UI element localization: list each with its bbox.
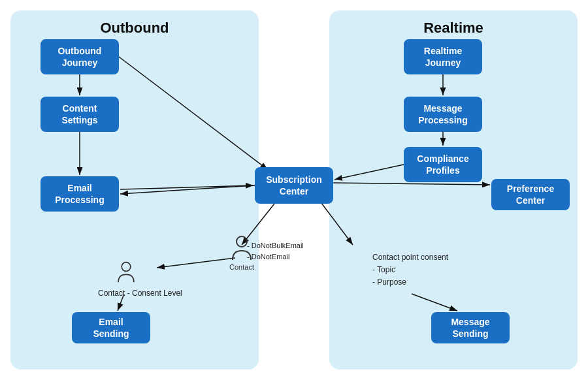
contact-left-person (110, 261, 142, 285)
realtime-title: Realtime (329, 10, 578, 37)
contact-right-labels: Contact point consent - Topic - Purpose (372, 251, 448, 289)
diagram-container: Outbound Realtime (0, 0, 588, 380)
contact-fields: - DoNotBulkEmail - DoNotEmail (247, 240, 304, 262)
contact-field-1: - DoNotBulkEmail (247, 240, 304, 251)
contact-right-topic: - Topic (372, 264, 448, 276)
message-sending-box[interactable]: Message Sending (431, 312, 510, 343)
svg-point-1 (237, 236, 247, 247)
contact-left-icon (117, 261, 135, 283)
email-sending-box[interactable]: Email Sending (72, 312, 150, 343)
outbound-journey-box[interactable]: Outbound Journey (41, 39, 119, 74)
compliance-profiles-box[interactable]: Compliance Profiles (404, 147, 482, 182)
message-processing-box[interactable]: Message Processing (404, 97, 482, 132)
outbound-title: Outbound (10, 10, 259, 37)
contact-right-title: Contact point consent (372, 251, 448, 264)
email-processing-box[interactable]: Email Processing (41, 176, 119, 212)
contact-center-label: Contact (229, 263, 254, 271)
contact-field-2: - DoNotEmail (247, 251, 304, 262)
realtime-journey-box[interactable]: Realtime Journey (404, 39, 482, 74)
contact-left-label: Contact - Consent Level (98, 287, 182, 300)
svg-point-2 (122, 262, 131, 272)
subscription-center-box[interactable]: Subscription Center (255, 167, 333, 204)
contact-right-purpose: - Purpose (372, 276, 448, 289)
content-settings-box[interactable]: Content Settings (41, 97, 119, 132)
preference-center-box[interactable]: Preference Center (491, 179, 570, 210)
